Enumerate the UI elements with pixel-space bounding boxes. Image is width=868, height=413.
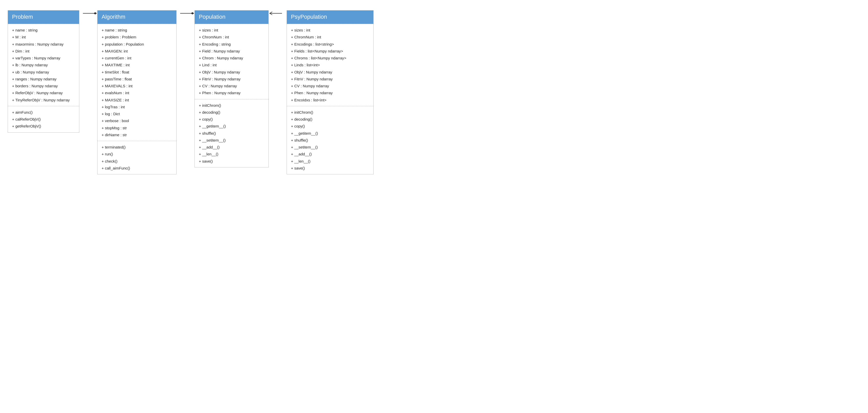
attribute-field: + ObjV : Numpy ndarray [291,69,369,76]
class-psypopulation-title: PsyPopulation [287,10,373,24]
method-field: + __setitem__() [199,137,264,144]
method-field: + __getitem__() [199,123,264,129]
attribute-field: + ReferObjV : Numpy ndarray [12,89,75,96]
attribute-field: + FitnV : Numpy ndarray [199,76,264,83]
class-algorithm-methods: + terminated()+ run()+ check()+ call_aim… [97,141,176,174]
method-field: + copy() [291,123,369,129]
method-field: + decoding() [291,116,369,123]
attribute-field: + passTime : float [101,76,172,83]
method-field: + shuffle() [291,137,369,144]
attribute-field: + Lind : int [199,61,264,68]
attribute-field: + dirName : str [101,131,172,138]
attribute-field: + sizes : int [291,27,369,33]
method-field: + getReferObjV() [12,123,75,129]
class-problem: Problem + name : string+ M : int+ maxorm… [8,10,79,132]
attribute-field: + MAXGEN: int [101,48,172,55]
method-field: + terminated() [101,144,172,151]
attribute-field: + ranges : Numpy ndarray [12,76,75,83]
class-psypopulation: PsyPopulation + sizes : int+ ChromNum : … [287,10,374,174]
class-psypopulation-methods: + initChrom()+ decoding()+ copy()+ __get… [287,106,373,174]
attribute-field: + borders : Numpy ndarray [12,83,75,89]
class-population: Population + sizes : int+ ChromNum : int… [194,10,269,168]
class-algorithm-title: Algorithm [97,10,176,24]
attribute-field: + CV : Numpy ndarray [199,83,264,89]
attribute-field: + Fields : list<Numpy ndarray> [291,48,369,55]
attribute-field: + M : int [12,33,75,40]
attribute-field: + MAXTIME : int [101,61,172,68]
connector-algo-pop [177,10,194,17]
method-field: + check() [101,158,172,165]
attribute-field: + lb : Numpy ndarray [12,61,75,68]
attribute-field: + ObjV : Numpy ndarray [199,69,264,76]
attribute-field: + name : string [101,27,172,33]
attribute-field: + Field : Numpy ndarray [199,48,264,55]
attribute-field: + EncoIdxs : list<int> [291,96,369,104]
svg-marker-3 [191,12,194,14]
connector-pop-psy [269,10,287,17]
attribute-field: + maxormins : Numpy ndarray [12,41,75,48]
attribute-field: + ub : Numpy ndarray [12,69,75,76]
attribute-field: + Linds : list<int> [291,61,369,68]
attribute-field: + MAXSIZE : int [101,96,172,104]
method-field: + save() [291,165,369,172]
attribute-field: + ChromNum : int [291,33,369,40]
method-field: + initChrom() [291,109,369,116]
method-field: + __setitem__() [291,144,369,151]
attribute-field: + problem : Problem [101,33,172,40]
attribute-field: + log : Dict [101,110,172,117]
attribute-field: + Phen : Numpy ndarray [199,89,264,96]
method-field: + __len__() [199,151,264,157]
attribute-field: + TinyReferObjV : Numpy ndarray [12,96,75,104]
attribute-field: + name : string [12,27,75,33]
method-field: + copy() [199,116,264,123]
class-problem-methods: + aimFunc()+ calReferObjV()+ getReferObj… [8,106,79,132]
method-field: + __add__() [199,144,264,151]
method-field: + calReferObjV() [12,116,75,123]
method-field: + __getitem__() [291,130,369,137]
attribute-field: + ChromNum : int [199,33,264,40]
class-problem-title: Problem [8,10,79,24]
method-field: + aimFunc() [12,109,75,116]
class-population-methods: + initChrom()+ decoding()+ copy()+ __get… [195,99,269,167]
class-psypopulation-attributes: + sizes : int+ ChromNum : int+ Encodings… [287,24,373,106]
attribute-field: + Chroms : list<Numpy ndarray> [291,55,369,61]
attribute-field: + Dim : int [12,48,75,55]
attribute-field: + MAXEVALS : int [101,83,172,89]
attribute-field: + currentGen : int [101,55,172,61]
method-field: + call_aimFunc() [101,165,172,172]
uml-diagram: Problem + name : string+ M : int+ maxorm… [8,10,860,174]
attribute-field: + Encoding : string [199,41,264,48]
class-algorithm: Algorithm + name : string+ problem : Pro… [97,10,177,174]
attribute-field: + timeSlot : float [101,69,172,76]
method-field: + decoding() [199,109,264,116]
method-field: + __len__() [291,158,369,165]
attribute-field: + evalsNum : int [101,89,172,96]
class-algorithm-attributes: + name : string+ problem : Problem+ popu… [97,24,176,141]
class-population-attributes: + sizes : int+ ChromNum : int+ Encoding … [195,24,269,99]
class-problem-attributes: + name : string+ M : int+ maxormins : Nu… [8,24,79,106]
attribute-field: + Phen : Numpy ndarray [291,89,369,96]
method-field: + run() [101,151,172,157]
attribute-field: + Chrom : Numpy ndarray [199,55,264,61]
attribute-field: + logTras : int [101,104,172,110]
method-field: + initChrom() [199,102,264,109]
method-field: + __add__() [291,151,369,157]
method-field: + shuffle() [199,130,264,137]
attribute-field: + varTypes : Numpy ndarray [12,55,75,61]
attribute-field: + verbose : bool [101,117,172,124]
attribute-field: + FitnV : Numpy ndarray [291,76,369,83]
class-population-title: Population [195,10,269,24]
attribute-field: + population : Population [101,41,172,48]
attribute-field: + CV : Numpy ndarray [291,83,369,89]
svg-marker-1 [94,12,97,14]
attribute-field: + stopMsg : str [101,124,172,131]
attribute-field: + Encodings : list<string> [291,41,369,48]
method-field: + save() [199,158,264,165]
attribute-field: + sizes : int [199,27,264,33]
connector-prob-algo [79,10,97,17]
